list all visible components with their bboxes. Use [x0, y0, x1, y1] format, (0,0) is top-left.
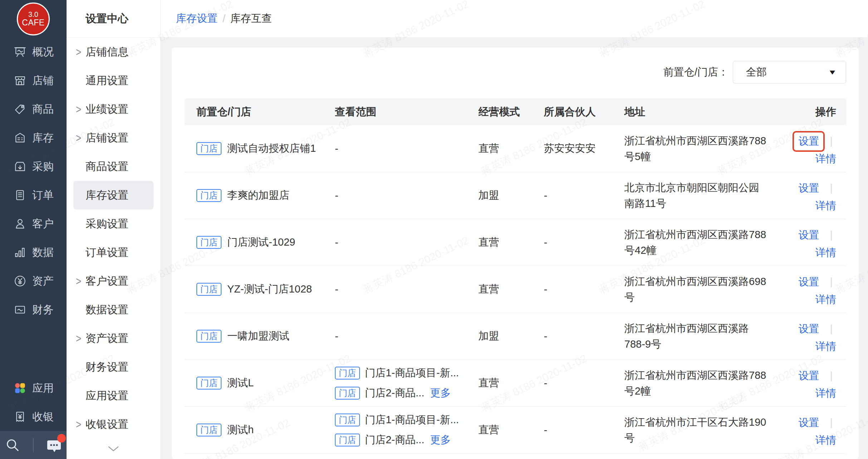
settings-sidebar-title: 设置中心	[67, 0, 160, 38]
settings-nav-item[interactable]: > 通用设置	[73, 66, 153, 95]
primary-nav-item[interactable]: 店铺	[0, 66, 67, 95]
settings-link[interactable]: 设置	[798, 369, 819, 383]
action-separator: |	[830, 370, 833, 381]
column-header-scope: 查看范围	[335, 98, 478, 125]
settings-link[interactable]: 设置	[798, 134, 819, 149]
settings-nav-label: 采购设置	[73, 217, 128, 231]
cell-actions: 设置 | 详情	[784, 225, 846, 260]
scope-empty-dash: -	[335, 330, 338, 342]
store-name: 测试自动授权店铺1	[227, 141, 316, 156]
primary-nav-label: 财务	[32, 303, 54, 317]
settings-link[interactable]: 设置	[798, 228, 819, 242]
column-header-address: 地址	[624, 98, 784, 125]
primary-nav-item[interactable]: 商品	[0, 95, 67, 124]
submenu-arrow-icon: >	[76, 45, 84, 58]
chat-icon[interactable]	[46, 437, 62, 453]
primary-nav-item[interactable]: 数据	[0, 238, 67, 267]
action-separator: |	[830, 276, 833, 288]
details-link[interactable]: 详情	[815, 294, 836, 305]
primary-nav-label: 应用	[32, 381, 54, 396]
action-separator: |	[830, 229, 833, 241]
purchase-icon	[14, 160, 26, 173]
store-name: 测试h	[227, 423, 254, 437]
breadcrumb-link[interactable]: 库存设置	[176, 11, 218, 26]
cell-address: 浙江省杭州市江干区石大路190号	[624, 414, 784, 446]
settings-nav-item[interactable]: > 库存设置	[73, 181, 153, 209]
details-link[interactable]: 详情	[815, 340, 836, 352]
details-link[interactable]: 详情	[815, 434, 836, 446]
store-filter-select[interactable]: 全部 ▼	[733, 61, 846, 83]
primary-nav-item[interactable]: 采购	[0, 152, 67, 181]
settings-link[interactable]: 设置	[798, 416, 819, 430]
primary-nav-item[interactable]: 库存	[0, 124, 67, 152]
action-separator: |	[830, 135, 833, 147]
primary-nav-item[interactable]: 订单	[0, 181, 67, 209]
settings-link-annotation: 设置	[793, 225, 825, 246]
store-type-tag: 门店	[196, 142, 221, 155]
store-name: YZ-测试-门店1028	[227, 282, 312, 296]
details-link[interactable]: 详情	[815, 153, 836, 164]
search-icon[interactable]	[4, 437, 21, 453]
primary-nav-label: 客户	[32, 217, 54, 231]
apps-icon	[14, 382, 26, 395]
settings-nav-item[interactable]: > 客户设置	[73, 267, 153, 295]
settings-nav-item[interactable]: > 收银设置	[73, 410, 153, 439]
store-name: 测试L	[227, 376, 254, 390]
settings-nav-item[interactable]: > 资产设置	[73, 324, 153, 353]
table-row: 门店 李爽的加盟店 -	[185, 172, 846, 219]
primary-nav-label: 订单	[32, 188, 54, 203]
expand-more-icon[interactable]	[67, 439, 160, 459]
store-filter-label: 前置仓/门店：	[663, 65, 728, 79]
cell-scope: -	[335, 330, 478, 342]
scope-list: 门店 门店1-商品项目-新... 门店 门店2-商品... 更多	[335, 366, 478, 400]
cell-actions: 设置 | 详情	[784, 412, 846, 448]
breadcrumb-current: 库存互查	[230, 11, 272, 26]
settings-nav-item[interactable]: > 数据设置	[73, 295, 153, 324]
primary-nav-item[interactable]: 资产	[0, 267, 67, 295]
content-card: 前置仓/门店： 全部 ▼ 前置仓/门店 查看范围 经营模式 所属合伙人 地址 操…	[172, 48, 859, 459]
settings-nav-item[interactable]: > 业绩设置	[73, 95, 153, 124]
settings-nav-label: 库存设置	[73, 188, 128, 203]
table-header-row: 前置仓/门店 查看范围 经营模式 所属合伙人 地址 操作	[185, 98, 846, 125]
app-window: 3.0 CAFE 概况 店铺 商品	[0, 0, 868, 459]
more-link[interactable]: 更多	[430, 433, 451, 447]
cell-store: 门店 测试自动授权店铺1	[185, 141, 335, 156]
column-header-mode: 经营模式	[478, 98, 544, 125]
settings-link-annotation: 设置	[793, 131, 825, 152]
primary-nav-label: 库存	[32, 131, 54, 145]
cell-actions: 设置 | 详情	[784, 272, 846, 307]
scope-list: 门店 门店1-商品项目-新... 门店 门店2-商品... 更多	[335, 413, 478, 447]
settings-link[interactable]: 设置	[798, 181, 819, 195]
store-type-tag: 门店	[335, 387, 360, 400]
store-name: 李爽的加盟店	[227, 188, 289, 203]
cell-store: 门店 一啸加盟测试	[185, 329, 335, 343]
settings-nav-item[interactable]: > 财务设置	[73, 353, 153, 381]
logo-text-line2: CAFE	[22, 18, 44, 27]
primary-nav-item[interactable]: 概况	[0, 38, 67, 66]
settings-link-annotation: 设置	[793, 366, 825, 386]
details-link[interactable]: 详情	[815, 387, 836, 399]
settings-nav: > 店铺信息 > 通用设置 > 业绩设置 > 店铺设置	[67, 38, 160, 439]
details-link[interactable]: 详情	[815, 247, 836, 258]
primary-nav-item[interactable]: 应用	[0, 374, 67, 402]
scope-item: 门店 门店1-商品项目-新...	[335, 366, 478, 380]
primary-nav-item[interactable]: 财务	[0, 295, 67, 324]
settings-nav-item[interactable]: > 订单设置	[73, 238, 153, 267]
cell-partner: -	[544, 377, 624, 389]
settings-nav-item[interactable]: > 应用设置	[73, 381, 153, 410]
more-link[interactable]: 更多	[430, 386, 451, 400]
settings-link[interactable]: 设置	[798, 322, 819, 336]
address-text: 浙江省杭州市西湖区西溪路788号2幢	[624, 367, 767, 399]
primary-nav: 概况 店铺 商品 库存 采购	[0, 38, 67, 324]
details-link[interactable]: 详情	[815, 200, 836, 211]
primary-nav-item[interactable]: 收银	[0, 402, 67, 431]
settings-nav-item[interactable]: > 店铺信息	[73, 38, 153, 66]
settings-nav-item[interactable]: > 商品设置	[73, 152, 153, 181]
table-body: 门店 测试自动授权店铺1 -	[185, 125, 846, 454]
submenu-arrow-icon: >	[76, 131, 84, 144]
settings-nav-item[interactable]: > 店铺设置	[73, 124, 153, 152]
cell-partner: -	[544, 190, 624, 202]
primary-nav-item[interactable]: 客户	[0, 209, 67, 238]
settings-nav-item[interactable]: > 采购设置	[73, 209, 153, 238]
settings-link[interactable]: 设置	[798, 275, 819, 289]
